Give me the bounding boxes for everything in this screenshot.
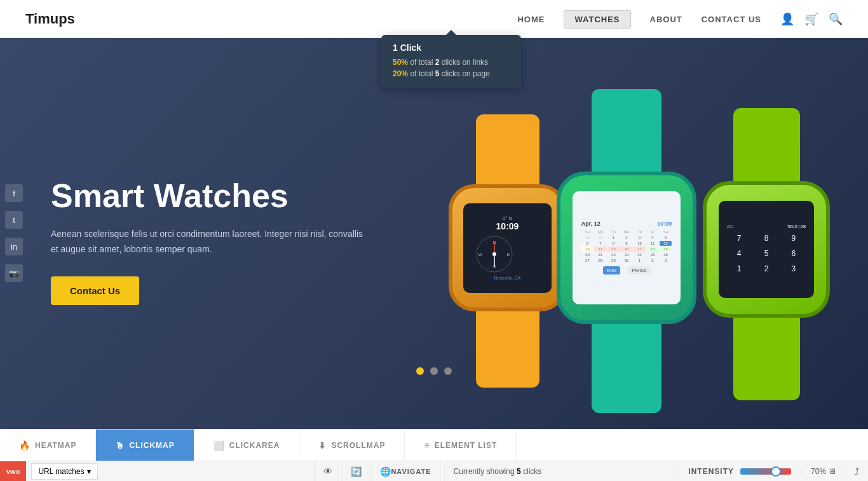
calc-key: 9 — [781, 232, 806, 245]
nav-link-contact[interactable]: CONTACT US — [702, 15, 761, 24]
watch-teal-time: 10:09 — [657, 220, 672, 227]
intensity-thumb[interactable] — [771, 466, 781, 477]
tooltip-pct-1: 50% — [393, 58, 408, 67]
cal-header: Tu — [607, 229, 620, 234]
hero-content: Smart Watches Aenean scelerisque felis u… — [51, 178, 369, 305]
tab-clickarea[interactable]: ⬜ CLICKAREA — [194, 430, 300, 461]
watch-yellow: 0° N 10:09 N S W E — [449, 114, 566, 267]
contact-us-button[interactable]: Contact Us — [51, 276, 139, 305]
nav-links: HOME WATCHES ABOUT CONTACT US — [517, 13, 761, 25]
cal-day: 28 — [594, 258, 607, 263]
cal-header: Th — [634, 229, 646, 234]
showing-count: 5 — [517, 467, 521, 476]
watch-yellow-time: 10:09 — [496, 221, 519, 231]
watch-green-header: AC 56/2=28 — [727, 224, 806, 229]
nav-item-home[interactable]: HOME — [517, 13, 545, 25]
nav-link-home[interactable]: HOME — [517, 15, 545, 24]
cal-day-today: 12 — [660, 241, 672, 246]
watch-yellow-location: Roseville, CA — [494, 276, 520, 280]
nav-item-about[interactable]: ABOUT — [650, 13, 682, 25]
cal-day: 17 — [634, 247, 646, 252]
watch-green: AC 56/2=28 7 8 9 4 5 6 1 2 3 — [703, 108, 830, 267]
tooltip-row-2: 20% of total 5 clicks on page — [393, 69, 510, 78]
tab-scrollmap-label: SCROLLMAP — [331, 441, 385, 450]
calc-key: 8 — [754, 232, 779, 245]
svg-text:E: E — [507, 252, 510, 257]
watch-teal-band-bottom — [592, 324, 661, 413]
cal-day: 13 — [581, 247, 594, 252]
intensity-slider[interactable] — [740, 468, 791, 475]
watch-yellow-label: 0° N — [503, 215, 513, 221]
url-matches-dropdown[interactable]: URL matches ▾ — [31, 463, 97, 480]
cal-day: 14 — [594, 247, 607, 252]
navigate-label: NAVIGATE — [391, 468, 431, 475]
url-matches-arrow: ▾ — [87, 467, 91, 476]
tab-clickarea-label: CLICKAREA — [229, 441, 280, 450]
period-tag: Period — [628, 266, 650, 274]
nav-link-about[interactable]: ABOUT — [650, 15, 682, 24]
cal-header: Mo — [594, 229, 607, 234]
watch-teal-tags: Risk Period — [603, 266, 651, 274]
search-icon[interactable]: 🔍 — [829, 12, 843, 26]
calc-key: 1 — [727, 262, 752, 275]
nav-link-watches[interactable]: WATCHES — [564, 10, 630, 29]
watch-green-equation: 56/2=28 — [787, 224, 806, 229]
cal-day: 16 — [620, 247, 633, 252]
cal-day: 8 — [607, 241, 620, 246]
nav-item-contact[interactable]: CONTACT US — [702, 13, 761, 25]
share-icon[interactable]: ⤴ — [855, 466, 859, 477]
tab-scrollmap[interactable]: ⬇ SCROLLMAP — [299, 430, 405, 461]
scrollmap-icon: ⬇ — [318, 440, 327, 451]
calc-key: 7 — [727, 232, 752, 245]
tab-elementlist[interactable]: ≡ ELEMENT LIST — [405, 430, 517, 461]
cal-day: 29 — [607, 258, 620, 263]
watch-green-band-top — [733, 108, 800, 181]
brand-logo[interactable]: Timups — [25, 11, 75, 27]
instagram-icon[interactable]: 📷 — [5, 264, 23, 282]
tooltip-suffix-1: clicks on links — [442, 58, 488, 67]
watch-yellow-band-top — [476, 114, 539, 184]
tooltip-pct-2: 20% — [393, 69, 408, 78]
cal-day: 9 — [620, 241, 633, 246]
cal-day: 27 — [581, 258, 594, 263]
navigate-btn[interactable]: 🌐 NAVIGATE — [371, 461, 440, 481]
cal-day: 30 — [581, 235, 594, 240]
cal-header: Su — [581, 229, 594, 234]
monitor-icon[interactable]: 🖥 — [829, 467, 836, 476]
cart-icon[interactable]: 🛒 — [804, 12, 818, 26]
facebook-icon[interactable]: f — [5, 184, 23, 202]
tab-elementlist-label: ELEMENT LIST — [435, 441, 498, 450]
cal-day: 30 — [620, 258, 633, 263]
status-bar: vwo URL matches ▾ 👁 🔄 🌐 NAVIGATE Current… — [0, 461, 868, 481]
slider-dot-1[interactable] — [416, 367, 424, 375]
bottom-toolbar: 🔥 HEATMAP 🖱 CLICKMAP ⬜ CLICKAREA ⬇ SCROL… — [0, 429, 868, 461]
refresh-icon-btn[interactable]: 🔄 — [342, 461, 371, 481]
watch-teal-band-top — [592, 89, 661, 172]
cal-day: 2 — [620, 235, 633, 240]
slider-dot-3[interactable] — [444, 367, 452, 375]
tab-heatmap[interactable]: 🔥 HEATMAP — [0, 430, 96, 461]
watch-green-label: AC — [727, 224, 734, 229]
clickarea-icon: ⬜ — [214, 440, 225, 451]
status-actions: ⤴ — [846, 466, 868, 477]
tab-heatmap-label: HEATMAP — [35, 441, 76, 450]
user-icon[interactable]: 👤 — [780, 12, 794, 26]
cal-day: 5 — [660, 235, 672, 240]
cal-day: 26 — [660, 252, 672, 257]
intensity-control: INTENSITY — [678, 467, 802, 476]
tab-clickmap[interactable]: 🖱 CLICKMAP — [96, 430, 194, 461]
nav-item-watches[interactable]: WATCHES — [564, 13, 630, 25]
visibility-icon-btn[interactable]: 👁 — [315, 461, 342, 481]
watch-teal-month: Apr, 12 — [581, 220, 600, 227]
zoom-control: 70% 🖥 — [802, 467, 846, 476]
heatmap-icon: 🔥 — [19, 440, 31, 451]
tooltip-suffix-2: clicks on page — [442, 69, 490, 78]
slider-dot-2[interactable] — [430, 367, 438, 375]
twitter-icon[interactable]: t — [5, 211, 23, 229]
hero-subtitle: Aenean scelerisque felis ut orci condime… — [51, 227, 369, 257]
tooltip-num-2: 5 — [435, 69, 440, 78]
linkedin-icon[interactable]: in — [5, 238, 23, 255]
cal-day: 20 — [581, 252, 594, 257]
cal-day: 25 — [646, 252, 659, 257]
cal-day: 3 — [660, 258, 672, 263]
